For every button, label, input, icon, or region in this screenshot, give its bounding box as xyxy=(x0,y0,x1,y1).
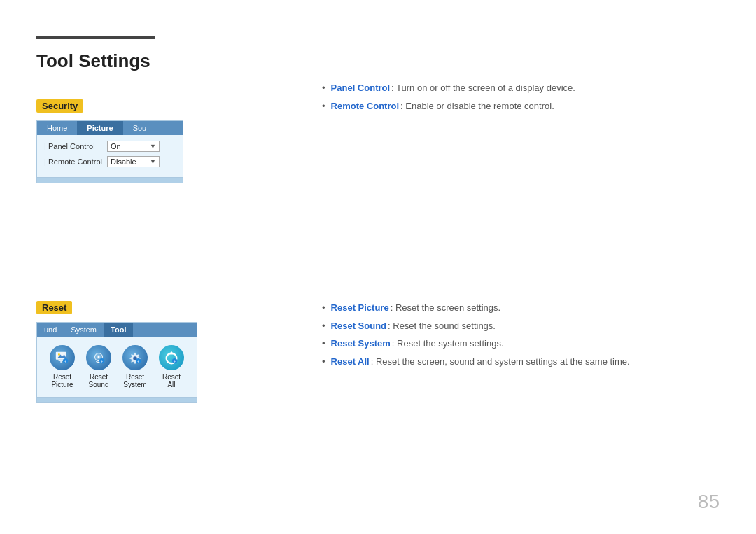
page-number: 85 xyxy=(698,491,720,513)
panel-control-value: On xyxy=(111,142,121,150)
reset-all-desc: Reset All : Reset the screen, sound and … xyxy=(322,355,728,369)
remote-control-row: Remote Control Disable ▼ xyxy=(44,156,176,167)
reset-all-label1: Reset xyxy=(162,373,181,381)
reset-picture-desc-text: : Reset the screen settings. xyxy=(391,301,501,315)
security-desc-panel: Panel Control : Turn on or off the scree… xyxy=(322,81,728,95)
reset-descriptions: Reset Picture : Reset the screen setting… xyxy=(322,301,728,372)
remote-control-select[interactable]: Disable ▼ xyxy=(107,156,160,167)
security-mockup: Home Picture Sou Panel Control On ▼ Remo… xyxy=(36,120,183,183)
all-svg: + xyxy=(164,350,179,365)
reset-system-icon: + xyxy=(122,345,148,370)
reset-system-desc-link: Reset System xyxy=(331,337,391,351)
reset-tab-tool[interactable]: Tool xyxy=(104,323,133,337)
panel-control-desc-link: Panel Control xyxy=(331,81,391,95)
mockup-tab-sou[interactable]: Sou xyxy=(123,121,157,135)
mockup-tab-bar: Home Picture Sou xyxy=(37,121,183,135)
reset-icons-body: + Reset Picture + Reset Sound xyxy=(37,337,197,397)
reset-picture-item: + Reset Picture xyxy=(47,345,78,388)
reset-mockup: und System Tool + Reset Picture xyxy=(36,322,197,403)
mockup-body: Panel Control On ▼ Remote Control Disabl… xyxy=(37,135,183,177)
remote-control-arrow: ▼ xyxy=(150,158,156,165)
reset-tab-bar: und System Tool xyxy=(37,323,197,337)
page-title: Tool Settings xyxy=(36,50,150,72)
mockup-bottom-bar xyxy=(37,177,183,183)
mockup-tab-picture[interactable]: Picture xyxy=(77,121,122,135)
reset-sound-label1: Reset xyxy=(90,373,108,381)
reset-picture-desc: Reset Picture : Reset the screen setting… xyxy=(322,301,728,315)
reset-all-item: + Reset All xyxy=(156,345,187,388)
reset-sound-label2: Sound xyxy=(89,381,109,388)
reset-picture-label2: Picture xyxy=(51,381,73,388)
reset-all-desc-link: Reset All xyxy=(331,355,370,369)
svg-text:+: + xyxy=(101,359,103,363)
reset-tab-system[interactable]: System xyxy=(64,323,104,337)
reset-sound-desc: Reset Sound : Reset the sound settings. xyxy=(322,319,728,333)
sound-svg: + xyxy=(91,350,106,365)
remote-control-desc-text: : Enable or disable the remote control. xyxy=(400,99,554,113)
panel-control-label: Panel Control xyxy=(44,142,107,150)
reset-system-desc: Reset System : Reset the system settings… xyxy=(322,337,728,351)
reset-sound-item: + Reset Sound xyxy=(83,345,114,388)
mockup-tab-home[interactable]: Home xyxy=(37,121,77,135)
reset-system-label1: Reset xyxy=(126,373,144,381)
security-descriptions: Panel Control : Turn on or off the scree… xyxy=(322,81,728,117)
remote-control-label: Remote Control xyxy=(44,157,107,166)
svg-text:+: + xyxy=(174,359,176,363)
svg-text:+: + xyxy=(64,359,66,363)
reset-sound-desc-text: : Reset the sound settings. xyxy=(388,319,496,333)
reset-system-desc-text: : Reset the system settings. xyxy=(392,337,504,351)
reset-tab-und[interactable]: und xyxy=(37,323,64,337)
reset-mockup-bottom xyxy=(37,397,197,402)
remote-control-desc-link: Remote Control xyxy=(331,99,400,113)
reset-sound-desc-link: Reset Sound xyxy=(331,319,386,333)
top-border-left xyxy=(36,36,155,39)
picture-svg: + xyxy=(55,350,70,365)
reset-all-desc-text: : Reset the screen, sound and system set… xyxy=(371,355,630,369)
svg-text:+: + xyxy=(137,359,139,363)
svg-rect-4 xyxy=(60,361,62,363)
panel-control-row: Panel Control On ▼ xyxy=(44,141,176,152)
reset-picture-label1: Reset xyxy=(53,373,71,381)
reset-system-item: + Reset System xyxy=(120,345,150,388)
panel-control-desc-text: : Turn on or off the screen of a display… xyxy=(391,81,575,95)
security-desc-remote: Remote Control : Enable or disable the r… xyxy=(322,99,728,113)
security-badge: Security xyxy=(36,99,83,113)
system-svg: + xyxy=(127,350,143,365)
reset-sound-icon: + xyxy=(86,345,111,370)
svg-rect-3 xyxy=(59,360,64,361)
reset-all-label2: All xyxy=(167,381,175,388)
panel-control-select[interactable]: On ▼ xyxy=(107,141,160,152)
reset-picture-desc-link: Reset Picture xyxy=(331,301,389,315)
reset-system-label2: System xyxy=(123,381,146,388)
reset-all-icon: + xyxy=(159,345,184,370)
reset-picture-icon: + xyxy=(50,345,75,370)
remote-control-value: Disable xyxy=(111,157,136,166)
svg-point-2 xyxy=(58,353,60,356)
reset-badge: Reset xyxy=(36,301,72,314)
panel-control-arrow: ▼ xyxy=(150,143,156,150)
svg-point-9 xyxy=(98,356,100,358)
top-border-right xyxy=(161,38,728,38)
